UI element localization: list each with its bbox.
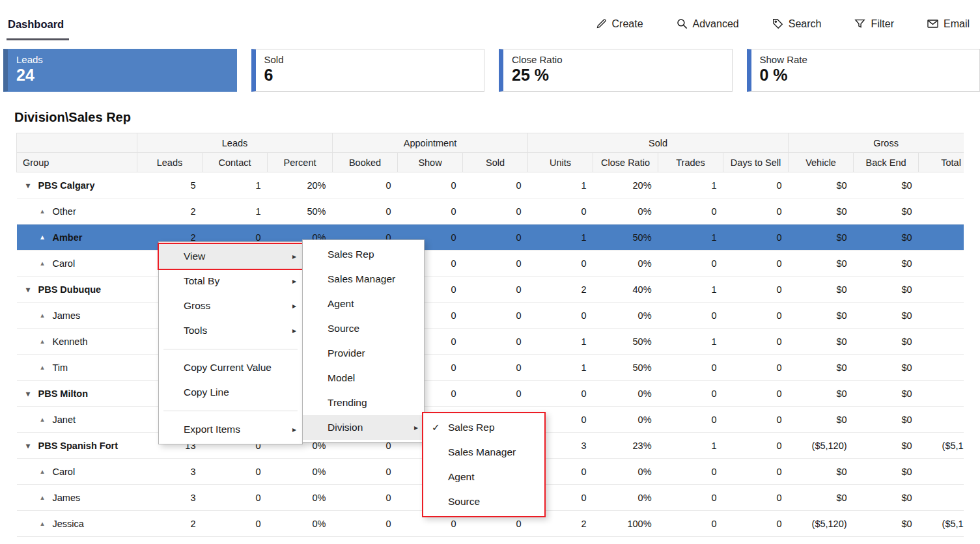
collapse-chevron-icon[interactable]: ▾ — [24, 181, 33, 190]
expand-chevron-icon[interactable]: ▴ — [38, 337, 47, 346]
row-name-cell: ▾PBS Dubuque — [17, 277, 137, 303]
menu-item-label: Gross — [184, 300, 210, 311]
column-header-trades[interactable]: Trades — [658, 153, 723, 172]
kpi-card-leads[interactable]: Leads24 — [3, 49, 237, 92]
column-header-vehicle[interactable]: Vehicle — [789, 153, 854, 172]
column-header-back-end[interactable]: Back End — [854, 153, 919, 172]
menu-item-sales-manager[interactable]: Sales Manager — [303, 267, 424, 292]
expand-chevron-icon[interactable]: ▴ — [38, 493, 47, 502]
menu-item-label: Sales Rep — [448, 422, 495, 433]
column-header-group[interactable]: Group — [17, 153, 137, 172]
collapse-chevron-icon[interactable]: ▾ — [24, 441, 33, 450]
cell-days-to-sell: 0 — [723, 485, 789, 511]
pencil-icon — [595, 18, 608, 30]
menu-item-agent[interactable]: Agent — [303, 292, 424, 316]
row-label: James — [53, 310, 81, 321]
cell-back-end: $0 — [854, 277, 919, 303]
table-row-other[interactable]: ▴Other2150%00000%00$0$0$0 — [17, 198, 964, 224]
column-header-leads[interactable]: Leads — [137, 153, 203, 172]
cell-total: $0 — [919, 459, 964, 485]
cell-trades: 0 — [658, 381, 723, 407]
menu-item-label: Sales Manager — [328, 273, 395, 284]
column-header-total[interactable]: Total — [919, 153, 964, 172]
kpi-value: 0 % — [760, 66, 972, 85]
menu-item-source[interactable]: Source — [423, 489, 544, 514]
column-header-units[interactable]: Units — [528, 153, 593, 172]
action-email-button[interactable]: Email — [927, 18, 970, 30]
action-create-button[interactable]: Create — [595, 18, 643, 30]
cell-close-ratio: 0% — [593, 251, 658, 277]
menu-item-total-by[interactable]: Total By▸ — [159, 269, 302, 293]
menu-item-view[interactable]: View▸ — [159, 244, 302, 269]
context-menu: View▸Total By▸Gross▸Tools▸Copy Current V… — [158, 241, 303, 444]
expand-chevron-icon[interactable]: ▴ — [38, 259, 47, 267]
cell-close-ratio: 23% — [593, 433, 658, 459]
cell-back-end: $0 — [854, 172, 919, 198]
cell-close-ratio: 50% — [593, 355, 658, 381]
menu-item-agent[interactable]: Agent — [423, 465, 544, 489]
collapse-chevron-icon[interactable]: ▾ — [24, 389, 33, 398]
column-header-days-to-sell[interactable]: Days to Sell — [723, 153, 789, 172]
menu-item-sales-manager[interactable]: Sales Manager — [423, 440, 544, 465]
action-search-button[interactable]: Search — [772, 18, 822, 30]
expand-chevron-icon[interactable]: ▴ — [38, 415, 47, 424]
expand-chevron-icon[interactable]: ▴ — [38, 467, 47, 476]
row-name-cell: ▴Jessica — [17, 511, 137, 537]
cell-leads: 2 — [137, 511, 203, 537]
menu-item-label: Division — [328, 422, 363, 433]
checkmark-icon: ✓ — [432, 415, 440, 440]
menu-item-export-items[interactable]: Export Items▸ — [159, 417, 302, 442]
column-header-show[interactable]: Show — [398, 153, 463, 172]
kpi-card-close-ratio[interactable]: Close Ratio25 % — [499, 49, 733, 92]
column-header-percent[interactable]: Percent — [268, 153, 333, 172]
cell-contact: 1 — [203, 198, 268, 224]
band-header-sold: Sold — [528, 133, 789, 153]
kpi-card-row: Leads24Sold6Close Ratio25 %Show Rate0 % — [0, 40, 980, 101]
cell-trades: 1 — [658, 172, 723, 198]
grid-header: LeadsAppointmentSoldGrossGroupLeadsConta… — [17, 133, 964, 172]
tab-dashboard[interactable]: Dashboard — [7, 18, 69, 40]
menu-item-copy-current-value[interactable]: Copy Current Value — [159, 355, 302, 380]
column-header-contact[interactable]: Contact — [203, 153, 268, 172]
action-label: Email — [944, 18, 970, 30]
expand-chevron-icon[interactable]: ▴ — [38, 363, 47, 372]
expand-chevron-icon[interactable]: ▴ — [38, 311, 47, 320]
view-submenu: Sales RepSales ManagerAgentSourceProvide… — [302, 239, 425, 442]
column-header-sold[interactable]: Sold — [463, 153, 528, 172]
menu-item-division[interactable]: Division▸ — [303, 415, 424, 440]
cell-close-ratio: 0% — [593, 485, 658, 511]
action-filter-button[interactable]: Filter — [854, 18, 894, 30]
cell-back-end: $0 — [854, 511, 919, 537]
division-submenu-annotated: ✓Sales RepSales ManagerAgentSource — [422, 412, 546, 517]
action-advanced-button[interactable]: Advanced — [676, 18, 739, 30]
row-name-cell: ▴Tim — [17, 355, 137, 381]
cell-back-end: $0 — [854, 329, 919, 355]
column-header-close-ratio[interactable]: Close Ratio — [593, 153, 658, 172]
band-header-gross: Gross — [789, 133, 964, 153]
menu-item-model[interactable]: Model — [303, 366, 424, 390]
collapse-chevron-icon[interactable]: ▾ — [24, 285, 33, 294]
cell-days-to-sell: 0 — [723, 381, 789, 407]
cell-total: $0 — [919, 303, 964, 329]
cell-vehicle: $0 — [789, 485, 854, 511]
menu-item-sales-rep[interactable]: Sales Rep — [303, 242, 424, 267]
menu-item-sales-rep[interactable]: ✓Sales Rep — [423, 415, 544, 440]
cell-trades: 0 — [658, 407, 723, 433]
menu-item-source[interactable]: Source — [303, 316, 424, 341]
row-label: Other — [53, 206, 76, 217]
expand-chevron-icon[interactable]: ▴ — [38, 207, 47, 215]
cell-back-end: $0 — [854, 198, 919, 224]
menu-item-tools[interactable]: Tools▸ — [159, 318, 302, 343]
kpi-card-sold[interactable]: Sold6 — [251, 49, 485, 92]
expand-chevron-icon[interactable]: ▴ — [38, 233, 47, 241]
menu-item-provider[interactable]: Provider — [303, 341, 424, 366]
menu-item-gross[interactable]: Gross▸ — [159, 293, 302, 318]
column-header-booked[interactable]: Booked — [333, 153, 398, 172]
menu-item-copy-line[interactable]: Copy Line — [159, 380, 302, 405]
kpi-card-show-rate[interactable]: Show Rate0 % — [747, 49, 980, 92]
table-row-pbs-calgary[interactable]: ▾PBS Calgary5120%000120%10$0$0$0 — [17, 172, 964, 198]
expand-chevron-icon[interactable]: ▴ — [38, 519, 47, 528]
menu-item-trending[interactable]: Trending — [303, 390, 424, 415]
cell-percent: 50% — [268, 198, 333, 224]
cell-leads: 3 — [137, 459, 203, 485]
